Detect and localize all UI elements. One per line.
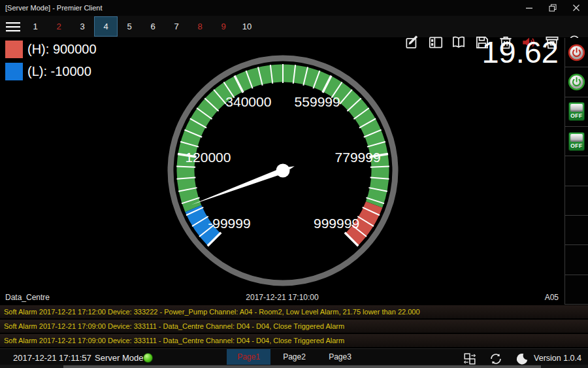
- toggle-off-icon: OFF: [568, 102, 585, 121]
- gauge-tick-label: 999999: [314, 216, 359, 231]
- alarm-row[interactable]: Soft Alarm 2017-12-21 17:09:00 Device: 3…: [0, 320, 588, 333]
- gauge-tick: [370, 167, 389, 167]
- gauge-tick: [176, 167, 195, 167]
- limit-legend: (H): 900000 (L): -10000: [5, 41, 97, 85]
- power-green-icon: [568, 73, 585, 91]
- tab-8[interactable]: 8: [188, 16, 212, 37]
- gauge-info-row: Data_Centre 2017-12-21 17:10:00 A05: [0, 293, 564, 305]
- gauge-zone-normal: [186, 73, 380, 209]
- book-icon: [450, 34, 467, 51]
- minimize-icon: [525, 4, 533, 12]
- menu-button[interactable]: [5, 20, 22, 34]
- gauge-tick-label: -99999: [208, 216, 250, 231]
- low-limit-swatch: [5, 63, 23, 80]
- restore-button[interactable]: [541, 0, 564, 16]
- sidebar-empty-cell: [565, 156, 588, 186]
- gauge-tick-label: 120000: [185, 150, 231, 165]
- clock: 2017-12-21 17:11:57: [13, 353, 91, 363]
- moon-icon: [515, 352, 529, 366]
- power-button-red[interactable]: [565, 38, 588, 67]
- window-controls: [517, 0, 588, 16]
- tab-7[interactable]: 7: [165, 16, 188, 37]
- page-tab-page1[interactable]: Page1: [227, 349, 270, 365]
- app-window: [Server Mode] - Premier Client 123456789…: [0, 0, 588, 368]
- current-value: 19.62: [482, 34, 559, 70]
- book-button[interactable]: [450, 34, 467, 51]
- night-mode-button[interactable]: [515, 352, 529, 366]
- low-limit-label: (L): -10000: [27, 64, 91, 79]
- swap-icon: [463, 352, 477, 366]
- power-red-icon: [568, 44, 585, 61]
- channel-code: A05: [545, 293, 559, 302]
- page-tab-page2[interactable]: Page2: [272, 349, 316, 365]
- toggle-label: OFF: [569, 142, 584, 149]
- alarm-list: Soft Alarm 2017-12-21 17:12:00 Device: 3…: [0, 305, 588, 348]
- mode-label: Server Mode: [95, 353, 143, 363]
- tab-6[interactable]: 6: [141, 16, 165, 37]
- low-limit-row: (L): -10000: [5, 63, 97, 80]
- control-sidebar: OFF OFF: [564, 38, 588, 305]
- toggle-rocker: [570, 104, 583, 112]
- layout-button[interactable]: [427, 34, 444, 51]
- connection-indicator: [143, 353, 153, 363]
- toggle-switch-1[interactable]: OFF: [565, 97, 588, 127]
- layout-icon: [427, 34, 444, 51]
- toggle-label: OFF: [569, 112, 584, 119]
- tab-2[interactable]: 2: [47, 16, 71, 37]
- tab-10[interactable]: 10: [235, 16, 259, 37]
- scrollbar-thumb[interactable]: [63, 365, 541, 368]
- window-title: [Server Mode] - Premier Client: [5, 0, 103, 16]
- version-label: Version 1.0.4: [534, 354, 581, 363]
- reading-timestamp: 2017-12-21 17:10:00: [0, 293, 564, 302]
- screen-tabs: 12345678910: [24, 16, 259, 37]
- tab-3[interactable]: 3: [71, 16, 94, 37]
- swap-layout-button[interactable]: [463, 352, 477, 366]
- status-bar: 2017-12-21 17:11:57 Server Mode Page1 Pa…: [0, 348, 588, 368]
- restore-icon: [549, 4, 557, 12]
- alarm-row[interactable]: Soft Alarm 2017-12-21 17:12:00 Device: 3…: [0, 305, 588, 318]
- alarm-row[interactable]: Soft Alarm 2017-12-21 17:09:00 Device: 3…: [0, 334, 588, 347]
- title-bar: [Server Mode] - Premier Client: [0, 0, 588, 16]
- sidebar-empty-cell: [565, 245, 588, 275]
- tab-1[interactable]: 1: [24, 16, 47, 37]
- gauge-hub: [276, 164, 290, 178]
- edit-icon: [404, 34, 421, 51]
- gauge: -99999120000340000559999779999999999: [162, 50, 404, 298]
- close-button[interactable]: [564, 0, 588, 16]
- page-tab-page3[interactable]: Page3: [318, 349, 362, 365]
- sidebar-empty-cell: [565, 216, 588, 245]
- horizontal-scrollbar: [0, 365, 588, 368]
- gauge-tick-label: 559999: [295, 94, 340, 109]
- tab-9[interactable]: 9: [212, 16, 235, 37]
- sidebar-empty-cell: [565, 186, 588, 216]
- edit-button[interactable]: [404, 34, 421, 51]
- high-limit-row: (H): 900000: [5, 41, 97, 58]
- gauge-tick-label: 340000: [225, 94, 271, 109]
- hamburger-icon: [5, 20, 22, 34]
- sync-icon: [489, 352, 503, 366]
- gauge-tick-label: 779999: [335, 150, 381, 165]
- toggle-off-icon: OFF: [568, 132, 585, 151]
- toggle-switch-2[interactable]: OFF: [565, 127, 588, 156]
- high-limit-swatch: [5, 41, 23, 58]
- tab-5[interactable]: 5: [118, 16, 141, 37]
- page-tabs: Page1 Page2 Page3: [227, 349, 362, 365]
- power-button-green[interactable]: [565, 67, 588, 97]
- sync-button[interactable]: [489, 352, 503, 366]
- toggle-rocker: [570, 134, 583, 142]
- sidebar-empty-cell: [565, 275, 588, 305]
- status-bar-icons: [463, 352, 529, 366]
- close-icon: [572, 4, 580, 12]
- tab-4[interactable]: 4: [94, 16, 118, 37]
- high-limit-label: (H): 900000: [27, 42, 97, 57]
- minimize-button[interactable]: [517, 0, 541, 16]
